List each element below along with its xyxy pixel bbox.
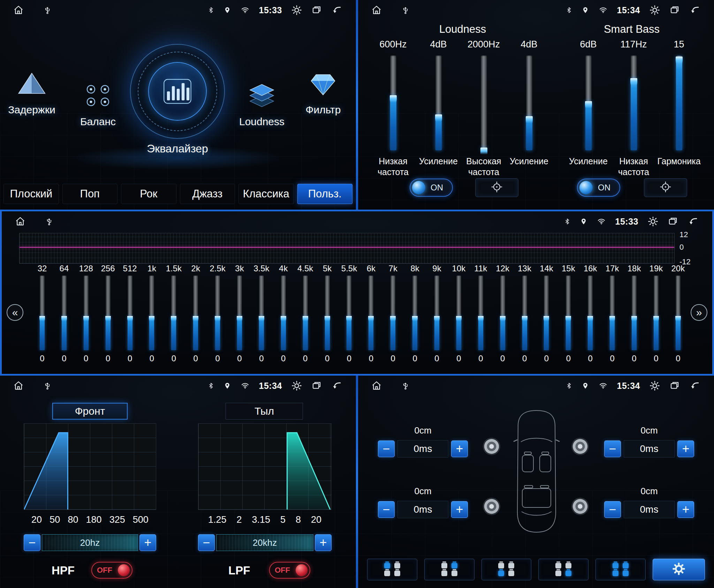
hpf-off-toggle[interactable]: OFF	[91, 562, 132, 579]
band-slider[interactable]	[478, 276, 483, 350]
home-icon[interactable]	[13, 380, 24, 391]
band-slider[interactable]	[40, 276, 45, 350]
back-icon[interactable]	[689, 380, 701, 391]
home-icon[interactable]	[15, 216, 25, 227]
band-slider[interactable]	[588, 276, 593, 350]
vertical-slider[interactable]	[676, 55, 682, 150]
recent-apps-icon[interactable]	[668, 216, 678, 227]
band-slider[interactable]	[347, 276, 351, 350]
settings-button[interactable]	[653, 559, 705, 580]
band-slider[interactable]	[610, 276, 615, 350]
lpf-plus-button[interactable]: +	[315, 534, 332, 551]
lpf-off-toggle[interactable]: OFF	[269, 562, 310, 579]
brightness-icon[interactable]	[291, 380, 302, 391]
back-icon[interactable]	[331, 380, 343, 391]
toggle-state-label: OFF	[275, 566, 290, 575]
menu-item-filter[interactable]: Фильтр	[306, 72, 341, 116]
tab-rear[interactable]: Тыл	[226, 403, 303, 420]
brightness-icon[interactable]	[291, 5, 302, 16]
back-icon[interactable]	[687, 216, 699, 227]
band-slider[interactable]	[303, 276, 308, 350]
listener-position-button-1[interactable]	[367, 559, 417, 580]
menu-item-loudness[interactable]: Loudness	[239, 82, 284, 128]
brightness-icon[interactable]	[649, 5, 660, 16]
hpf-frequency-slider[interactable]: 20hz	[42, 534, 138, 551]
band-slider[interactable]	[566, 276, 571, 350]
preset-button-4[interactable]: Джазз	[180, 184, 235, 204]
home-icon[interactable]	[13, 5, 24, 15]
delay-plus-button[interactable]: +	[677, 440, 694, 457]
eq-prev-page-button[interactable]: «	[7, 304, 23, 321]
vertical-slider[interactable]	[481, 55, 487, 150]
band-slider[interactable]	[456, 276, 461, 350]
lpf-frequency-slider[interactable]: 20khz	[216, 534, 313, 551]
band-slider[interactable]	[128, 276, 132, 350]
delay-minus-button[interactable]: −	[604, 501, 621, 518]
listener-position-button-3[interactable]	[481, 559, 532, 580]
delay-minus-button[interactable]: −	[378, 501, 395, 518]
tab-front[interactable]: Фронт	[52, 403, 128, 420]
band-slider[interactable]	[62, 276, 67, 350]
band-slider[interactable]	[412, 276, 417, 350]
home-icon[interactable]	[371, 5, 382, 15]
preset-button-1[interactable]: Плоский	[3, 184, 59, 204]
recent-apps-icon[interactable]	[311, 5, 322, 15]
band-slider[interactable]	[193, 276, 198, 350]
hpf-minus-button[interactable]: −	[24, 534, 40, 551]
delay-minus-button[interactable]: −	[378, 440, 395, 457]
band-slider[interactable]	[654, 276, 659, 350]
delay-minus-button[interactable]: −	[604, 440, 621, 457]
band-slider[interactable]	[434, 276, 439, 350]
recent-apps-icon[interactable]	[669, 380, 680, 391]
vertical-slider[interactable]	[526, 55, 532, 150]
preset-button-5[interactable]: Классика	[238, 184, 294, 204]
menu-item-delays[interactable]: Задержки	[8, 72, 55, 116]
delay-plus-button[interactable]: +	[451, 501, 468, 518]
delay-plus-button[interactable]: +	[677, 501, 694, 518]
band-slider[interactable]	[325, 276, 330, 350]
vertical-slider[interactable]	[435, 55, 442, 150]
back-icon[interactable]	[331, 5, 343, 15]
home-icon[interactable]	[371, 380, 382, 391]
recent-apps-icon[interactable]	[669, 5, 680, 15]
vertical-slider[interactable]	[585, 55, 592, 150]
band-slider[interactable]	[215, 276, 220, 350]
listener-position-button-4[interactable]	[538, 559, 588, 580]
preset-button-3[interactable]: Рок	[121, 184, 176, 204]
back-icon[interactable]	[689, 5, 701, 15]
loudness-tune-button[interactable]	[475, 178, 518, 197]
delay-plus-button[interactable]: +	[451, 440, 468, 457]
band-slider[interactable]	[149, 276, 154, 350]
smartbass-on-toggle[interactable]: ON	[577, 179, 620, 197]
band-slider[interactable]	[544, 276, 549, 350]
vertical-slider[interactable]	[390, 55, 396, 150]
band-slider[interactable]	[259, 276, 264, 350]
band-slider[interactable]	[676, 276, 681, 350]
band-slider[interactable]	[84, 276, 89, 350]
brightness-icon[interactable]	[649, 380, 660, 391]
band-slider[interactable]	[500, 276, 505, 350]
band-slider[interactable]	[281, 276, 286, 350]
band-slider[interactable]	[390, 276, 395, 350]
loudness-on-toggle[interactable]: ON	[410, 179, 453, 197]
lpf-minus-button[interactable]: −	[198, 534, 215, 551]
hpf-plus-button[interactable]: +	[139, 534, 156, 551]
menu-item-equalizer[interactable]	[130, 44, 225, 139]
band-slider[interactable]	[369, 276, 373, 350]
preset-button-2[interactable]: Поп	[62, 184, 118, 204]
preset-button-6[interactable]: Польз.	[297, 184, 353, 204]
listener-position-button-5[interactable]	[595, 559, 646, 580]
eq-next-page-button[interactable]: »	[691, 304, 707, 321]
brightness-icon[interactable]	[647, 216, 659, 227]
band-slider[interactable]	[632, 276, 637, 350]
menu-item-balance[interactable]: Баланс	[80, 82, 116, 128]
band-slider[interactable]	[522, 276, 527, 350]
recent-apps-icon[interactable]	[311, 380, 322, 391]
band-slider[interactable]	[171, 276, 176, 350]
vertical-slider[interactable]	[631, 55, 637, 150]
listener-position-button-2[interactable]	[424, 559, 474, 580]
eq-band-18k: 18k0	[624, 264, 644, 363]
band-slider[interactable]	[237, 276, 242, 350]
smartbass-tune-button[interactable]	[644, 178, 687, 197]
band-slider[interactable]	[106, 276, 111, 350]
